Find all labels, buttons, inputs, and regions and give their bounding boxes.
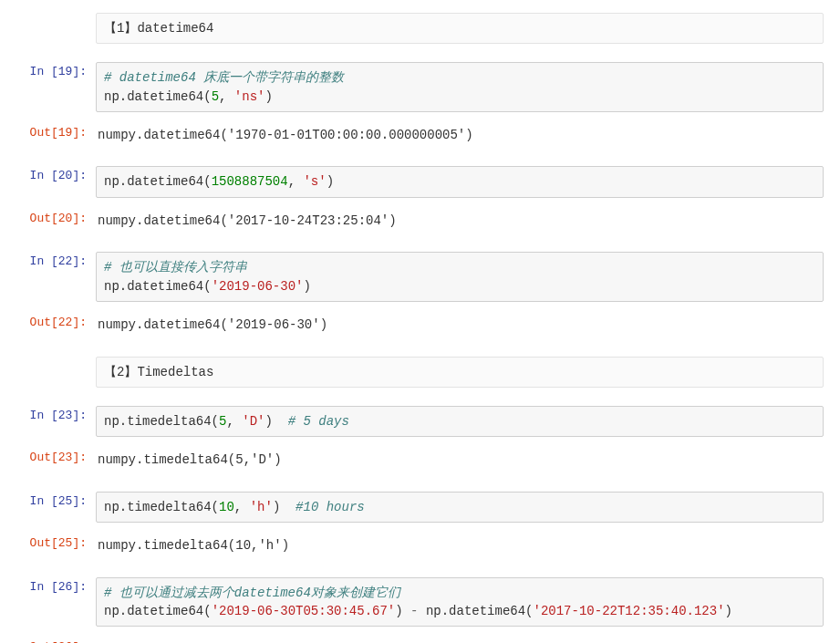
code-text: np.timedelta64(5, 'D') # 5 days bbox=[104, 412, 815, 430]
code-text: # datetime64 床底一个带字符串的整数 np.datetime64(5… bbox=[104, 68, 815, 106]
input-prompt: In [23]: bbox=[0, 402, 96, 441]
code-output: numpy.datetime64('1970-01-01T00:00:00.00… bbox=[96, 123, 824, 149]
cell-spacer bbox=[0, 395, 840, 402]
notebook-cell: In [22]:# 也可以直接传入字符串 np.datetime64('2019… bbox=[0, 248, 840, 306]
code-text: numpy.datetime64('2017-10-24T23:25:04') bbox=[98, 213, 824, 231]
cell-content: # datetime64 床底一个带字符串的整数 np.datetime64(5… bbox=[96, 58, 824, 116]
cell-content: numpy.timedelta64(5,'D') bbox=[96, 444, 824, 477]
code-text: # 也可以通过减去两个datetime64对象来创建它们 np.datetime… bbox=[104, 584, 815, 621]
code-input[interactable]: # 也可以直接传入字符串 np.datetime64('2019-06-30') bbox=[96, 252, 824, 302]
code-text: numpy.datetime64('1970-01-01T00:00:00.00… bbox=[98, 127, 824, 145]
markdown-cell[interactable]: 【2】Timedeltas bbox=[96, 357, 824, 388]
output-prompt: Out[23]: bbox=[0, 444, 96, 477]
cell-content: # 也可以通过减去两个datetime64对象来创建它们 np.datetime… bbox=[96, 574, 824, 631]
code-input[interactable]: np.datetime64(1508887504, 's') bbox=[96, 166, 824, 197]
cell-content: numpy.timedelta64(10,'h') bbox=[96, 530, 824, 563]
cell-spacer bbox=[0, 51, 840, 58]
code-text: # 也可以直接传入字符串 np.datetime64('2019-06-30') bbox=[104, 258, 815, 296]
code-output: numpy.datetime64('2017-10-24T23:25:04') bbox=[96, 209, 824, 234]
notebook-cell: Out[22]:numpy.datetime64('2019-06-30') bbox=[0, 309, 840, 342]
notebook-cell: Out[26]:numpy.timedelta64(53196905547,'m… bbox=[0, 634, 840, 643]
notebook-cell: Out[23]:numpy.timedelta64(5,'D') bbox=[0, 444, 840, 477]
code-output: numpy.timedelta64(10,'h') bbox=[96, 534, 824, 559]
output-prompt: Out[26]: bbox=[0, 634, 96, 643]
cell-content: np.timedelta64(5, 'D') # 5 days bbox=[96, 402, 824, 441]
cell-content: # 也可以直接传入字符串 np.datetime64('2019-06-30') bbox=[96, 248, 824, 306]
code-text: 【1】datetime64 bbox=[104, 19, 815, 37]
notebook-cell: 【2】Timedeltas bbox=[0, 353, 840, 391]
code-input[interactable]: # 也可以通过减去两个datetime64对象来创建它们 np.datetime… bbox=[96, 577, 824, 627]
code-text: np.datetime64(1508887504, 's') bbox=[104, 172, 815, 191]
empty-prompt bbox=[0, 353, 96, 391]
code-text: numpy.timedelta64(10,'h') bbox=[98, 537, 824, 555]
code-text: 【2】Timedeltas bbox=[104, 363, 815, 381]
cell-spacer bbox=[0, 346, 840, 353]
cell-spacer bbox=[0, 241, 840, 248]
input-prompt: In [25]: bbox=[0, 488, 96, 526]
cell-spacer bbox=[0, 155, 840, 162]
cell-content: np.datetime64(1508887504, 's') bbox=[96, 162, 824, 201]
input-prompt: In [22]: bbox=[0, 248, 96, 306]
empty-prompt bbox=[0, 9, 96, 47]
output-prompt: Out[19]: bbox=[0, 119, 96, 152]
output-prompt: Out[22]: bbox=[0, 309, 96, 342]
cell-content: 【1】datetime64 bbox=[96, 9, 824, 47]
notebook-cell: Out[20]:numpy.datetime64('2017-10-24T23:… bbox=[0, 205, 840, 238]
markdown-cell[interactable]: 【1】datetime64 bbox=[96, 13, 824, 44]
code-text: numpy.timedelta64(5,'D') bbox=[98, 451, 824, 470]
cell-content: numpy.datetime64('2017-10-24T23:25:04') bbox=[96, 205, 824, 238]
code-text: np.timedelta64(10, 'h') #10 hours bbox=[104, 498, 815, 516]
notebook-cell: In [20]:np.datetime64(1508887504, 's') bbox=[0, 162, 840, 201]
notebook-cell: In [19]:# datetime64 床底一个带字符串的整数 np.date… bbox=[0, 58, 840, 116]
code-output: numpy.datetime64('2019-06-30') bbox=[96, 313, 824, 338]
input-prompt: In [20]: bbox=[0, 162, 96, 201]
code-input[interactable]: np.timedelta64(5, 'D') # 5 days bbox=[96, 406, 824, 437]
cell-spacer bbox=[0, 481, 840, 488]
input-prompt: In [19]: bbox=[0, 58, 96, 116]
output-prompt: Out[25]: bbox=[0, 530, 96, 563]
notebook-cell: Out[25]:numpy.timedelta64(10,'h') bbox=[0, 530, 840, 563]
input-prompt: In [26]: bbox=[0, 574, 96, 631]
cell-content: np.timedelta64(10, 'h') #10 hours bbox=[96, 488, 824, 526]
output-prompt: Out[20]: bbox=[0, 205, 96, 238]
cell-content: numpy.datetime64('2019-06-30') bbox=[96, 309, 824, 342]
code-output: numpy.timedelta64(53196905547,'ms') bbox=[96, 638, 824, 643]
notebook-cell: 【1】datetime64 bbox=[0, 9, 840, 47]
notebook-cell: In [26]:# 也可以通过减去两个datetime64对象来创建它们 np.… bbox=[0, 574, 840, 631]
notebook-cell: Out[19]:numpy.datetime64('1970-01-01T00:… bbox=[0, 119, 840, 152]
notebook-cell: In [23]:np.timedelta64(5, 'D') # 5 days bbox=[0, 402, 840, 441]
notebook-root: 【1】datetime64In [19]:# datetime64 床底一个带字… bbox=[0, 9, 840, 643]
cell-spacer bbox=[0, 566, 840, 574]
code-text: numpy.datetime64('2019-06-30') bbox=[98, 316, 824, 335]
cell-content: 【2】Timedeltas bbox=[96, 353, 824, 391]
notebook-cell: In [25]:np.timedelta64(10, 'h') #10 hour… bbox=[0, 488, 840, 526]
code-input[interactable]: np.timedelta64(10, 'h') #10 hours bbox=[96, 492, 824, 523]
code-output: numpy.timedelta64(5,'D') bbox=[96, 448, 824, 473]
code-input[interactable]: # datetime64 床底一个带字符串的整数 np.datetime64(5… bbox=[96, 62, 824, 112]
cell-content: numpy.timedelta64(53196905547,'ms') bbox=[96, 634, 824, 643]
cell-content: numpy.datetime64('1970-01-01T00:00:00.00… bbox=[96, 119, 824, 152]
